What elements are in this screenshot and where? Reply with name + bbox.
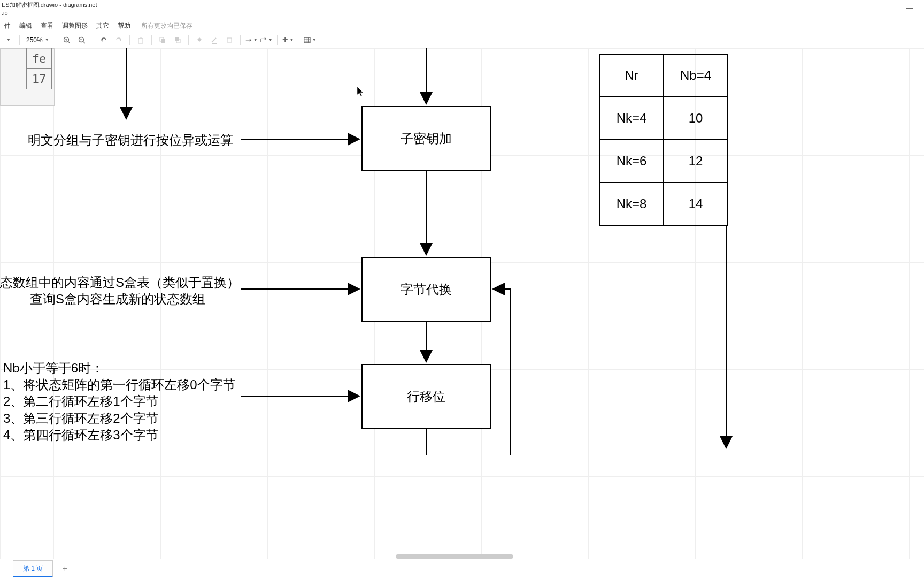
table-cell: Nk=8 [599,182,664,225]
horizontal-scrollbar[interactable] [396,554,513,559]
menu-extras[interactable]: 其它 [92,19,113,33]
svg-rect-17 [304,37,310,42]
separator [93,35,93,45]
table-cell: 12 [664,140,728,182]
table-header: Nb=4 [664,54,728,97]
file-title: ES加解密框图.drawio - diagrams.net [2,1,97,9]
shadow-button[interactable] [223,34,236,47]
zoom-out-button[interactable] [75,34,88,47]
flow-box-subkey-add[interactable]: 子密钥加 [361,106,491,171]
svg-line-5 [83,41,85,43]
page-tab[interactable]: 第 1 页 [13,560,53,577]
separator [188,35,189,45]
toolbar-dropdown[interactable]: ▼ [2,34,15,47]
svg-rect-11 [161,39,165,43]
text-sbox[interactable]: 态数组中的内容通过S盒表（类似于置换） 查询S盒内容生成新的状态数组 [0,274,235,307]
menu-arrange[interactable]: 调整图形 [58,19,92,33]
text-shift[interactable]: Nb小于等于6时： 1、将状态矩阵的第一行循环左移0个字节 2、第二行循环左移1… [3,360,236,443]
zoom-value: 250% [26,36,43,44]
save-status: 所有更改均已保存 [135,21,192,31]
menu-help[interactable]: 帮助 [113,19,135,33]
toolbar: ▼ 250% ▼ ▼ ▼ +▼ ▼ [0,32,924,48]
param-table[interactable]: Nr Nb=4 Nk=4 10 Nk=6 12 Nk=8 14 [599,54,728,226]
table-cell: 14 [664,182,728,225]
separator [277,35,278,45]
mouse-cursor [357,87,365,97]
to-back-button[interactable] [171,34,184,47]
table-cell: Nk=4 [599,97,664,140]
undo-button[interactable] [97,34,110,47]
delete-button[interactable] [134,34,147,47]
table-button[interactable]: ▼ [304,34,317,47]
separator [240,35,241,45]
subtitle: .io [0,10,924,19]
text-xor[interactable]: 明文分组与子密钥进行按位异或运算 [28,132,233,148]
insert-button[interactable]: +▼ [282,34,295,47]
separator [19,35,20,45]
table-cell: 10 [664,97,728,140]
separator [151,35,152,45]
svg-rect-13 [175,37,179,41]
footer: 第 1 页 + [0,559,924,578]
fill-color-button[interactable] [193,34,206,47]
flow-box-shift-rows[interactable]: 行移位 [361,364,491,429]
flow-box-byte-sub[interactable]: 字节代换 [361,257,491,322]
thumb-cell: 17 [26,68,52,89]
table-header: Nr [599,54,664,97]
menu-file[interactable]: 件 [0,19,15,33]
menu-bar: 件 编辑 查看 调整图形 其它 帮助 所有更改均已保存 [0,19,924,32]
chevron-down-icon: ▼ [45,37,49,42]
menu-view[interactable]: 查看 [36,19,58,33]
separator [129,35,130,45]
zoom-select[interactable]: 250% ▼ [24,35,51,45]
waypoints-button[interactable]: ▼ [260,34,273,47]
menu-edit[interactable]: 编辑 [15,19,36,33]
thumb-cell: fe [26,48,52,69]
separator [299,35,299,45]
minimize-button[interactable]: — [906,3,913,12]
redo-button[interactable] [112,34,125,47]
connection-button[interactable]: ▼ [245,34,258,47]
svg-line-1 [68,41,70,43]
add-page-button[interactable]: + [59,564,70,574]
line-color-button[interactable] [208,34,221,47]
svg-rect-14 [212,43,217,44]
separator [56,35,56,45]
svg-rect-15 [227,38,232,42]
canvas[interactable]: fe 17 子密钥加 字节代换 行移位 明文分组与子密钥进行按位异或运算 态数组… [0,48,924,559]
svg-rect-7 [138,39,143,43]
table-cell: Nk=6 [599,140,664,182]
to-front-button[interactable] [156,34,169,47]
zoom-in-button[interactable] [60,34,73,47]
canvas-thumbnail: fe 17 [0,48,55,106]
